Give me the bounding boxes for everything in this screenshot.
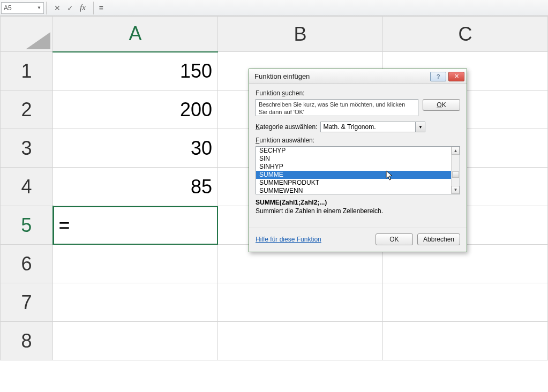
function-list-label: Funktion auswählen: [256, 137, 460, 144]
row-header-7[interactable]: 7 [1, 283, 53, 322]
scroll-thumb[interactable] [452, 171, 459, 178]
name-box[interactable]: A5 ▼ [1, 2, 44, 14]
function-item[interactable]: SUMMENPRODUKT [256, 179, 460, 187]
formula-text[interactable]: = [96, 4, 103, 12]
cell-A1[interactable]: 150 [53, 52, 218, 91]
function-item-selected[interactable]: SUMME [256, 171, 460, 179]
row-header-1[interactable]: 1 [1, 52, 53, 91]
category-select[interactable]: Math. & Trigonom. ▼ [320, 122, 425, 132]
row-header-8[interactable]: 8 [1, 322, 53, 360]
go-button[interactable]: OK [423, 99, 460, 111]
cell-A2[interactable]: 200 [53, 91, 218, 129]
dialog-body: Funktion suchen: Beschreiben Sie kurz, w… [249, 84, 467, 218]
function-help-text: Summiert die Zahlen in einem Zellenberei… [256, 207, 460, 215]
fx-icon[interactable]: fx [80, 3, 86, 12]
scroll-up-icon[interactable]: ▲ [452, 147, 460, 155]
column-header-B[interactable]: B [218, 17, 383, 52]
category-value: Math. & Trigonom. [323, 123, 376, 131]
scrollbar[interactable]: ▲ ▼ [451, 147, 460, 194]
select-all-corner[interactable] [1, 17, 53, 52]
cell-B8[interactable] [218, 322, 383, 360]
formula-bar: A5 ▼ ✕ ✓ fx = [0, 0, 548, 16]
name-box-value: A5 [4, 4, 12, 12]
function-item[interactable]: SIN [256, 155, 460, 163]
cell-C7[interactable] [383, 283, 548, 322]
cell-B7[interactable] [218, 283, 383, 322]
help-link[interactable]: Hilfe für diese Funktion [256, 236, 321, 243]
dialog-footer: Hilfe für diese Funktion OK Abbrechen [249, 228, 467, 252]
confirm-icon[interactable]: ✓ [67, 4, 73, 12]
row-header-5[interactable]: 5 [1, 206, 53, 245]
function-description: SUMME(Zahl1;Zahl2;...) Summiert die Zahl… [256, 199, 460, 215]
cell-A8[interactable] [53, 322, 218, 360]
divider [93, 2, 94, 14]
scroll-down-icon[interactable]: ▼ [452, 186, 460, 194]
close-icon[interactable]: ✕ [448, 72, 464, 81]
column-header-C[interactable]: C [383, 17, 548, 52]
chevron-down-icon[interactable]: ▼ [37, 5, 41, 10]
cancel-icon[interactable]: ✕ [54, 4, 61, 12]
insert-function-dialog: Funktion einfügen ? ✕ Funktion suchen: B… [249, 69, 467, 252]
dialog-help-button[interactable]: ? [430, 72, 446, 81]
cell-A5[interactable]: = [53, 206, 218, 245]
cell-A3[interactable]: 30 [53, 129, 218, 168]
search-label: Funktion suchen: [256, 89, 460, 97]
function-list[interactable]: SECHYP SIN SINHYP SUMME SUMMENPRODUKT SU… [256, 146, 460, 194]
divider [46, 2, 47, 14]
cell-A6[interactable] [53, 245, 218, 283]
function-item[interactable]: SUMMEWENN [256, 187, 460, 194]
function-search-input[interactable]: Beschreiben Sie kurz, was Sie tun möchte… [256, 99, 418, 116]
dialog-title: Funktion einfügen [254, 72, 310, 80]
function-item[interactable]: SINHYP [256, 163, 460, 171]
cell-A7[interactable] [53, 283, 218, 322]
cell-A4[interactable]: 85 [53, 168, 218, 206]
function-signature: SUMME(Zahl1;Zahl2;...) [256, 199, 460, 206]
formula-bar-buttons: ✕ ✓ fx [49, 3, 91, 12]
row-header-4[interactable]: 4 [1, 168, 53, 206]
cancel-button[interactable]: Abbrechen [417, 233, 460, 245]
cell-C8[interactable] [383, 322, 548, 360]
row-header-3[interactable]: 3 [1, 129, 53, 168]
function-item[interactable]: SECHYP [256, 147, 460, 155]
dialog-titlebar[interactable]: Funktion einfügen ? ✕ [249, 69, 467, 84]
column-header-A[interactable]: A [53, 17, 218, 52]
row-header-2[interactable]: 2 [1, 91, 53, 129]
chevron-down-icon[interactable]: ▼ [415, 122, 425, 132]
category-label: Kategorie auswählen: [256, 123, 317, 131]
row-header-6[interactable]: 6 [1, 245, 53, 283]
ok-button[interactable]: OK [376, 233, 413, 245]
